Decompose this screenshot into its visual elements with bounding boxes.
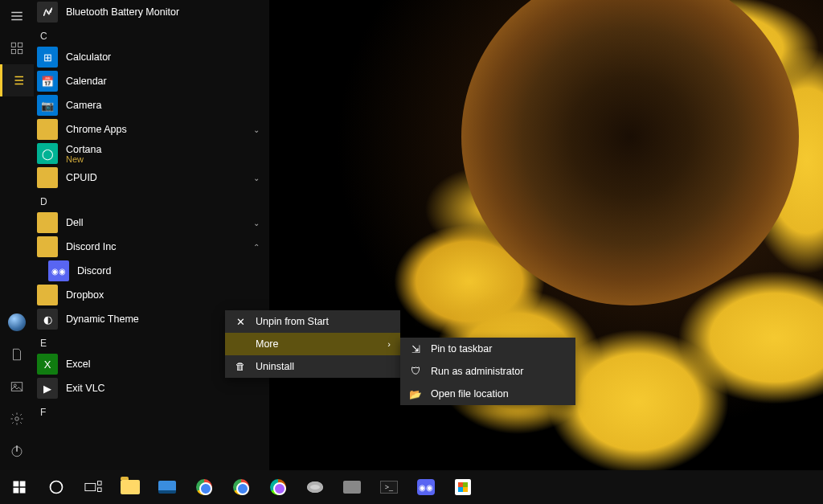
- settings-button[interactable]: [0, 403, 34, 435]
- folder-icon: [37, 236, 58, 257]
- discord-icon: ◉◉: [48, 260, 69, 281]
- ctx-unpin-from-start[interactable]: ✕ Unpin from Start: [225, 310, 400, 333]
- chrome-icon: [233, 479, 249, 495]
- app-dell[interactable]: Dell ⌄: [34, 211, 269, 235]
- user-avatar-icon: [8, 313, 26, 331]
- svg-rect-2: [11, 50, 15, 54]
- svg-rect-0: [11, 43, 15, 47]
- ctx-label: More: [256, 338, 278, 350]
- chrome-icon: [196, 479, 212, 495]
- file-explorer-button[interactable]: [113, 470, 148, 504]
- chrome-button-2[interactable]: [223, 470, 259, 504]
- shield-icon: 🛡: [410, 366, 421, 377]
- pinned-tiles-button[interactable]: [0, 32, 34, 64]
- app-bluetooth-battery-monitor[interactable]: 🗲 Bluetooth Battery Monitor: [34, 0, 269, 24]
- trash-icon: 🗑: [235, 361, 246, 372]
- ctx-label: Run as administrator: [431, 366, 523, 377]
- taskview-icon: [84, 480, 102, 494]
- windows-icon: [12, 480, 27, 494]
- svg-rect-11: [20, 488, 26, 494]
- chrome-canary-icon: [270, 479, 286, 495]
- app-camera[interactable]: 📷 Camera: [34, 93, 269, 117]
- app-discord[interactable]: ◉◉ Discord: [34, 259, 269, 283]
- user-account-button[interactable]: [0, 306, 34, 338]
- app-label: Calculator: [66, 51, 111, 63]
- svg-rect-9: [20, 481, 26, 487]
- section-f[interactable]: F: [34, 400, 269, 421]
- app-discord-inc[interactable]: Discord Inc ⌃: [34, 235, 269, 259]
- hamburger-button[interactable]: [0, 0, 34, 32]
- apps-list[interactable]: 🗲 Bluetooth Battery Monitor C ⊞ Calculat…: [34, 0, 269, 470]
- context-submenu: ⇲ Pin to taskbar 🛡 Run as administrator …: [400, 338, 575, 405]
- start-button[interactable]: [2, 470, 37, 504]
- bluetooth-icon: 🗲: [37, 2, 58, 23]
- power-button[interactable]: [0, 435, 34, 467]
- ctx-open-file-location[interactable]: 📂 Open file location: [400, 383, 575, 405]
- command-prompt-button[interactable]: >_: [371, 470, 407, 504]
- svg-rect-8: [14, 481, 19, 487]
- documents-button[interactable]: [0, 338, 34, 371]
- ctx-run-as-admin[interactable]: 🛡 Run as administrator: [400, 360, 575, 383]
- ctx-label: Pin to taskbar: [431, 343, 492, 354]
- ctx-pin-to-taskbar[interactable]: ⇲ Pin to taskbar: [400, 338, 575, 360]
- app-label: Chrome Apps: [66, 124, 127, 135]
- folder-icon: [37, 285, 58, 305]
- app-calculator[interactable]: ⊞ Calculator: [34, 45, 269, 69]
- app-chrome-apps[interactable]: Chrome Apps ⌄: [34, 117, 269, 141]
- printer-icon: [343, 481, 361, 494]
- section-c[interactable]: C: [34, 24, 269, 45]
- ctx-uninstall[interactable]: 🗑 Uninstall: [225, 355, 400, 378]
- context-menu: ✕ Unpin from Start More › 🗑 Uninstall: [225, 310, 400, 378]
- app-label: Dynamic Theme: [66, 313, 139, 325]
- svg-rect-3: [18, 50, 23, 54]
- app-label: Dell: [66, 217, 84, 228]
- excel-icon: X: [37, 354, 58, 375]
- unpin-icon: ✕: [235, 316, 246, 328]
- microsoft-store-button[interactable]: [445, 470, 481, 504]
- start-rail: [0, 0, 34, 470]
- cortana-button[interactable]: [39, 470, 74, 504]
- power-icon: [10, 444, 24, 458]
- this-pc-button[interactable]: [149, 470, 185, 504]
- svg-rect-13: [85, 483, 96, 490]
- gear-icon: [10, 412, 24, 426]
- discord-icon: ◉◉: [417, 479, 435, 495]
- monitor-icon: [158, 481, 176, 494]
- app-calendar[interactable]: 📅 Calendar: [34, 69, 269, 93]
- app-label: Calendar: [66, 76, 107, 87]
- discord-button[interactable]: ◉◉: [408, 470, 444, 504]
- chrome-canary-button[interactable]: [260, 470, 296, 504]
- app-label: Bluetooth Battery Monitor: [66, 6, 179, 18]
- vlc-icon: ▶: [37, 378, 58, 399]
- pictures-button[interactable]: [0, 371, 34, 403]
- taskbar: >_ ◉◉: [0, 470, 823, 504]
- pictures-icon: [10, 379, 24, 394]
- store-icon: [455, 479, 471, 495]
- app-label: Discord Inc: [66, 241, 117, 252]
- chevron-down-icon: ⌄: [253, 174, 260, 182]
- task-view-button[interactable]: [76, 470, 111, 504]
- disc-tool-button[interactable]: [297, 470, 333, 504]
- folder-icon: [37, 212, 58, 233]
- printer-button[interactable]: [334, 470, 370, 504]
- app-cpuid[interactable]: CPUID ⌄: [34, 166, 269, 190]
- document-icon: [10, 347, 24, 362]
- svg-rect-10: [14, 488, 19, 494]
- ctx-more[interactable]: More ›: [225, 333, 400, 355]
- all-apps-button[interactable]: [0, 64, 34, 96]
- app-cortana[interactable]: ◯ Cortana New: [34, 141, 269, 166]
- ctx-label: Unpin from Start: [256, 316, 329, 327]
- svg-rect-15: [98, 488, 102, 492]
- chevron-right-icon: ›: [387, 339, 391, 349]
- chevron-up-icon: ⌃: [253, 243, 260, 252]
- terminal-icon: >_: [380, 481, 398, 494]
- app-dropbox[interactable]: Dropbox: [34, 283, 269, 307]
- svg-point-5: [14, 384, 16, 387]
- calendar-icon: 📅: [37, 71, 58, 92]
- app-exit-vlc[interactable]: ▶ Exit VLC: [34, 376, 269, 400]
- app-label: Camera: [66, 100, 101, 111]
- svg-point-6: [15, 417, 19, 421]
- chrome-button-1[interactable]: [186, 470, 222, 504]
- section-d[interactable]: D: [34, 190, 269, 211]
- calculator-icon: ⊞: [37, 47, 58, 68]
